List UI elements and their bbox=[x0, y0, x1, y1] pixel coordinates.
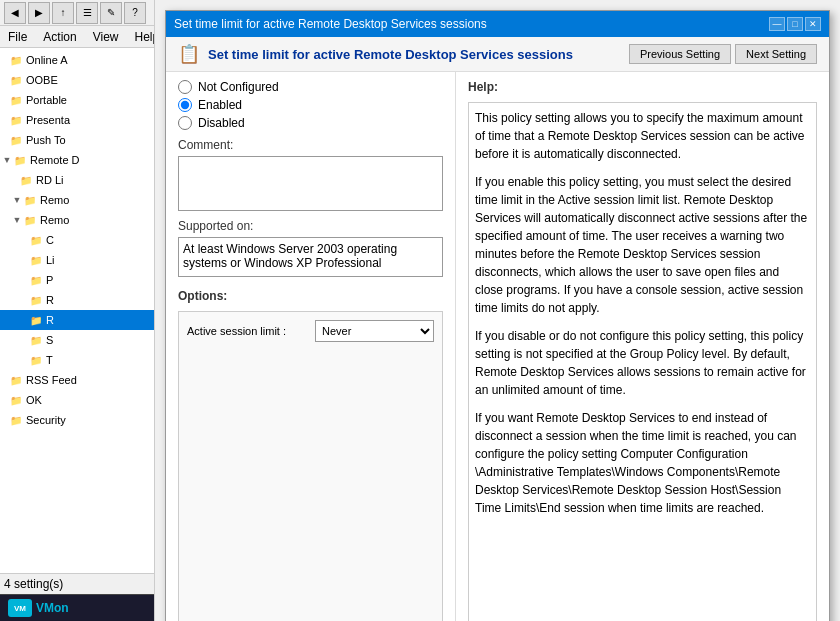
folder-icon: 📁 bbox=[28, 352, 44, 368]
tree-item-c[interactable]: 📁 C bbox=[0, 230, 154, 250]
disabled-label: Disabled bbox=[198, 116, 245, 130]
tree-item-li[interactable]: 📁 Li bbox=[0, 250, 154, 270]
tree-item-s[interactable]: 📁 S bbox=[0, 330, 154, 350]
folder-icon: 📁 bbox=[22, 192, 38, 208]
tree-item-push-to[interactable]: 📁 Push To bbox=[0, 130, 154, 150]
tree-item-remo2[interactable]: ▼ 📁 Remo bbox=[0, 210, 154, 230]
help-paragraph-2: If you enable this policy setting, you m… bbox=[475, 173, 810, 317]
dialog-header: 📋 Set time limit for active Remote Deskt… bbox=[166, 37, 829, 72]
tree-item-presenta[interactable]: 📁 Presenta bbox=[0, 110, 154, 130]
supported-section: Supported on: At least Windows Server 20… bbox=[178, 219, 443, 277]
folder-icon: 📁 bbox=[8, 72, 24, 88]
not-configured-radio[interactable] bbox=[178, 80, 192, 94]
folder-icon: 📁 bbox=[8, 132, 24, 148]
back-button[interactable]: ◀ bbox=[4, 2, 26, 24]
properties-button[interactable]: ✎ bbox=[100, 2, 122, 24]
tree-item-r1[interactable]: 📁 R bbox=[0, 290, 154, 310]
active-session-select[interactable]: Never 1 minute 5 minutes 10 minutes 15 m… bbox=[315, 320, 434, 342]
folder-icon: 📁 bbox=[8, 52, 24, 68]
dialog-left-panel: Not Configured Enabled Disabled Comment: bbox=[166, 72, 456, 621]
dialog-maximize-button[interactable]: □ bbox=[787, 17, 803, 31]
dialog-minimize-button[interactable]: — bbox=[769, 17, 785, 31]
comment-section: Comment: bbox=[178, 138, 443, 211]
folder-icon: 📁 bbox=[22, 212, 38, 228]
enabled-option[interactable]: Enabled bbox=[178, 98, 443, 112]
status-text: 4 setting(s) bbox=[4, 577, 63, 591]
vm-logo-icon: VM bbox=[8, 599, 32, 617]
folder-icon: 📁 bbox=[28, 312, 44, 328]
sidebar-status: 4 setting(s) bbox=[0, 573, 154, 594]
tree-item-t[interactable]: 📁 T bbox=[0, 350, 154, 370]
tree-item-online-a[interactable]: 📁 Online A bbox=[0, 50, 154, 70]
folder-icon: 📁 bbox=[12, 152, 28, 168]
tree-item-r2-selected[interactable]: 📁 R bbox=[0, 310, 154, 330]
options-section: Options: Active session limit : Never 1 … bbox=[178, 285, 443, 621]
dialog-close-button[interactable]: ✕ bbox=[805, 17, 821, 31]
menu-help[interactable]: Help bbox=[127, 26, 156, 47]
supported-label: Supported on: bbox=[178, 219, 443, 233]
tree-item-rd-li[interactable]: 📁 RD Li bbox=[0, 170, 154, 190]
folder-icon: 📁 bbox=[28, 232, 44, 248]
folder-icon: 📁 bbox=[8, 112, 24, 128]
folder-icon: 📁 bbox=[8, 92, 24, 108]
sidebar-menu: File Action View Help bbox=[0, 26, 154, 48]
folder-icon: 📁 bbox=[8, 392, 24, 408]
not-configured-label: Not Configured bbox=[198, 80, 279, 94]
help-content: This policy setting allows you to specif… bbox=[468, 102, 817, 621]
next-setting-button[interactable]: Next Setting bbox=[735, 44, 817, 64]
dialog-title: Set time limit for active Remote Desktop… bbox=[174, 17, 487, 31]
up-button[interactable]: ↑ bbox=[52, 2, 74, 24]
active-session-label: Active session limit : bbox=[187, 325, 307, 337]
dialog-header-title: Set time limit for active Remote Desktop… bbox=[208, 47, 629, 62]
folder-icon: 📁 bbox=[28, 332, 44, 348]
policy-dialog: Set time limit for active Remote Desktop… bbox=[165, 10, 830, 621]
active-session-row: Active session limit : Never 1 minute 5 … bbox=[187, 320, 434, 342]
help-button[interactable]: ? bbox=[124, 2, 146, 24]
forward-button[interactable]: ▶ bbox=[28, 2, 50, 24]
dialog-titlebar: Set time limit for active Remote Desktop… bbox=[166, 11, 829, 37]
nav-buttons: Previous Setting Next Setting bbox=[629, 44, 817, 64]
tree-item-security[interactable]: 📁 Security bbox=[0, 410, 154, 430]
vmware-label: VMon bbox=[36, 601, 69, 615]
tree-item-p[interactable]: 📁 P bbox=[0, 270, 154, 290]
disabled-option[interactable]: Disabled bbox=[178, 116, 443, 130]
comment-label: Comment: bbox=[178, 138, 443, 152]
previous-setting-button[interactable]: Previous Setting bbox=[629, 44, 731, 64]
sidebar-toolbar: ◀ ▶ ↑ ☰ ✎ ? bbox=[0, 0, 154, 26]
folder-icon: 📁 bbox=[8, 372, 24, 388]
radio-group: Not Configured Enabled Disabled bbox=[178, 80, 443, 130]
tree-item-remo1[interactable]: ▼ 📁 Remo bbox=[0, 190, 154, 210]
not-configured-option[interactable]: Not Configured bbox=[178, 80, 443, 94]
expand-icon: ▼ bbox=[2, 155, 12, 165]
help-header: Help: bbox=[468, 80, 817, 94]
show-hide-button[interactable]: ☰ bbox=[76, 2, 98, 24]
supported-text: At least Windows Server 2003 operating s… bbox=[183, 242, 397, 270]
folder-icon: 📁 bbox=[8, 412, 24, 428]
enabled-radio[interactable] bbox=[178, 98, 192, 112]
disabled-radio[interactable] bbox=[178, 116, 192, 130]
tree-item-search[interactable]: 📁 OK bbox=[0, 390, 154, 410]
dialog-controls: — □ ✕ bbox=[769, 17, 821, 31]
options-header: Options: bbox=[178, 289, 443, 303]
help-paragraph-1: This policy setting allows you to specif… bbox=[475, 109, 810, 163]
dialog-body: Not Configured Enabled Disabled Comment: bbox=[166, 72, 829, 621]
main-area: Set time limit for active Remote Desktop… bbox=[155, 0, 840, 621]
help-paragraph-3: If you disable or do not configure this … bbox=[475, 327, 810, 399]
menu-action[interactable]: Action bbox=[35, 26, 84, 47]
tree-item-portable[interactable]: 📁 Portable bbox=[0, 90, 154, 110]
menu-file[interactable]: File bbox=[0, 26, 35, 47]
supported-value: At least Windows Server 2003 operating s… bbox=[178, 237, 443, 277]
folder-icon: 📁 bbox=[28, 252, 44, 268]
dialog-right-panel: Help: This policy setting allows you to … bbox=[456, 72, 829, 621]
policy-tree: 📁 Online A 📁 OOBE 📁 Portable 📁 Presenta bbox=[0, 48, 154, 573]
menu-view[interactable]: View bbox=[85, 26, 127, 47]
expand-icon: ▼ bbox=[12, 215, 22, 225]
folder-icon: 📁 bbox=[18, 172, 34, 188]
folder-icon: 📁 bbox=[28, 272, 44, 288]
comment-textarea[interactable] bbox=[178, 156, 443, 211]
tree-item-rss-feed[interactable]: 📁 RSS Feed bbox=[0, 370, 154, 390]
enabled-label: Enabled bbox=[198, 98, 242, 112]
help-paragraph-4: If you want Remote Desktop Services to e… bbox=[475, 409, 810, 517]
tree-item-remote[interactable]: ▼ 📁 Remote D bbox=[0, 150, 154, 170]
tree-item-oobe[interactable]: 📁 OOBE bbox=[0, 70, 154, 90]
